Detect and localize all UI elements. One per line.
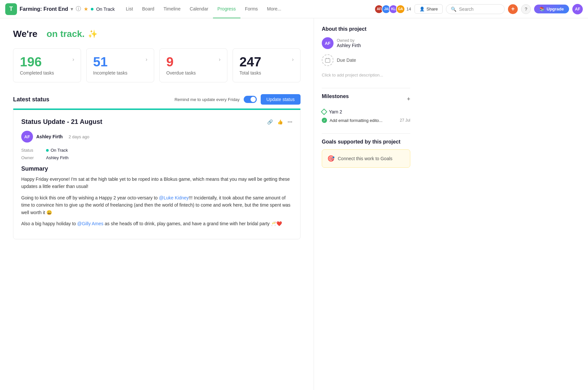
- tab-progress[interactable]: Progress: [213, 0, 240, 18]
- milestone-task-item[interactable]: ✓ Add email formatting edito... 27 Jul: [322, 116, 410, 124]
- add-milestone-button[interactable]: +: [407, 96, 410, 103]
- stat-label-total: Total tasks: [239, 70, 261, 76]
- connect-goals-label: Connect this work to Goals: [338, 156, 392, 161]
- update-status-button[interactable]: Update status: [261, 94, 301, 105]
- status-value-text: On Track: [51, 148, 68, 153]
- help-button[interactable]: ?: [521, 4, 531, 14]
- about-section: About this project AF Owned by Ashley Fi…: [322, 26, 410, 79]
- stat-label-overdue: Overdue tasks: [166, 70, 196, 76]
- arrow-icon-incomplete: ›: [146, 57, 147, 62]
- owner-key: Owner: [21, 155, 41, 160]
- milestone-diamond-icon: [321, 109, 327, 115]
- summary-title: Summary: [21, 165, 292, 172]
- status-controls: Remind me to update every Friday Update …: [174, 94, 301, 105]
- milestone-task-label: Add email formatting edito...: [330, 118, 383, 123]
- remind-label: Remind me to update every Friday: [174, 97, 239, 102]
- status-section-title: Latest status: [13, 96, 49, 103]
- star-icon[interactable]: ★: [84, 6, 88, 12]
- member-count: 14: [406, 7, 411, 11]
- share-button[interactable]: 👤 Share: [415, 4, 443, 14]
- stat-card-overdue[interactable]: 9 Overdue tasks ›: [159, 48, 227, 82]
- stat-number-incomplete: 51: [93, 55, 127, 68]
- stat-card-incomplete[interactable]: 51 Incomplete tasks ›: [86, 48, 154, 82]
- more-icon[interactable]: •••: [287, 119, 292, 125]
- stat-card-completed[interactable]: 196 Completed tasks ›: [13, 48, 81, 82]
- tab-list[interactable]: List: [121, 0, 138, 18]
- info-icon[interactable]: ⓘ: [76, 6, 81, 12]
- due-date-row[interactable]: Due Date: [322, 54, 410, 66]
- toggle-slider: [244, 96, 257, 103]
- meta-row-owner: Owner Ashley Firth: [21, 155, 292, 160]
- author-avatar: AF: [21, 131, 33, 143]
- milestones-title: Milestones: [322, 93, 349, 99]
- logo-text: T: [9, 6, 13, 12]
- remind-toggle[interactable]: [244, 96, 257, 103]
- stat-card-total[interactable]: 247 Total tasks ›: [233, 48, 301, 82]
- milestone-yarn2: Yarn 2 ✓ Add email formatting edito... 2…: [322, 109, 410, 124]
- tab-calendar[interactable]: Calendar: [185, 0, 213, 18]
- tab-forms[interactable]: Forms: [240, 0, 263, 18]
- upgrade-icon: 📚: [539, 7, 545, 11]
- status-card-header: Status Update - 21 August 🔗 👍 •••: [21, 118, 292, 126]
- paragraph3-suffix: as she heads off to drink, play games, a…: [104, 221, 282, 226]
- avatar-group: AF JA KL GA 14: [374, 5, 411, 14]
- milestone-task-date: 27 Jul: [400, 118, 410, 123]
- owner-info: Owned by Ashley Firth: [337, 38, 361, 48]
- author-row: AF Ashley Firth 2 days ago: [21, 131, 292, 143]
- stat-label-completed: Completed tasks: [20, 70, 54, 76]
- arrow-icon-overdue: ›: [219, 57, 220, 62]
- owner-row: AF Owned by Ashley Firth: [322, 37, 410, 49]
- status-update-title: Status Update - 21 August: [21, 118, 102, 126]
- upgrade-label: Upgrade: [547, 7, 564, 11]
- chevron-down-icon[interactable]: ▾: [71, 6, 73, 12]
- add-button[interactable]: +: [508, 4, 518, 14]
- like-icon[interactable]: 👍: [277, 119, 283, 125]
- upgrade-button[interactable]: 📚 Upgrade: [534, 5, 569, 13]
- goals-section: Goals supported by this project 🎯 Connec…: [322, 139, 410, 168]
- mention-gilly[interactable]: @Gilly Ames: [77, 221, 103, 226]
- tab-more[interactable]: More...: [262, 0, 286, 18]
- connect-goals-card[interactable]: 🎯 Connect this work to Goals: [322, 149, 410, 168]
- goal-icon: 🎯: [327, 155, 335, 162]
- paragraph2-prefix: Going to kick this one off by wishing a …: [21, 195, 159, 200]
- share-icon: 👤: [419, 7, 425, 11]
- share-label: Share: [427, 7, 438, 11]
- main-layout: We're on track. ✨ 196 Completed tasks › …: [0, 18, 588, 390]
- summary-paragraph-3: Also a big happy holiday to @Gilly Ames …: [21, 220, 292, 227]
- paragraph3-prefix: Also a big happy holiday to: [21, 221, 77, 226]
- status-label: On Track: [96, 7, 115, 12]
- link-icon[interactable]: 🔗: [267, 119, 273, 125]
- heading-static: We're: [13, 29, 38, 39]
- search-box[interactable]: 🔍 Search: [446, 4, 505, 14]
- nav-tabs: List Board Timeline Calendar Progress Fo…: [121, 0, 286, 18]
- owner-val: Ashley Firth: [46, 155, 69, 160]
- milestones-header: Milestones +: [322, 93, 410, 105]
- sidebar: About this project AF Owned by Ashley Fi…: [314, 18, 418, 390]
- sidebar-divider-1: [322, 88, 410, 88]
- user-avatar[interactable]: AF: [572, 4, 583, 14]
- owned-by-label: Owned by: [337, 38, 361, 43]
- due-date-label: Due Date: [337, 58, 356, 63]
- stat-number-total: 247: [239, 55, 261, 68]
- milestones-section: Milestones + Yarn 2 ✓ Add email formatti…: [322, 93, 410, 124]
- on-track-dot: [46, 149, 49, 152]
- tab-timeline[interactable]: Timeline: [159, 0, 185, 18]
- stat-number-overdue: 9: [166, 55, 196, 68]
- mention-luke[interactable]: @Luke Kidney: [159, 195, 189, 200]
- svg-rect-0: [325, 59, 330, 62]
- search-placeholder: Search: [459, 7, 473, 12]
- author-name: Ashley Firth: [36, 134, 63, 139]
- owner-avatar: AF: [322, 37, 334, 49]
- header: T Farming: Front End ▾ ⓘ ★ On Track List…: [0, 0, 588, 18]
- avatar-4: GA: [396, 5, 405, 14]
- milestone-label-yarn2: Yarn 2: [329, 109, 342, 114]
- status-key: Status: [21, 148, 41, 153]
- summary-paragraph-2: Going to kick this one off by wishing a …: [21, 194, 292, 216]
- page-heading: We're on track. ✨: [13, 29, 301, 39]
- arrow-icon-total: ›: [292, 57, 294, 62]
- status-meta: Status On Track Owner Ashley Firth: [21, 148, 292, 160]
- description-placeholder[interactable]: Click to add project description...: [322, 71, 410, 79]
- sidebar-divider-2: [322, 133, 410, 134]
- tab-board[interactable]: Board: [138, 0, 159, 18]
- author-time: 2 days ago: [69, 134, 90, 139]
